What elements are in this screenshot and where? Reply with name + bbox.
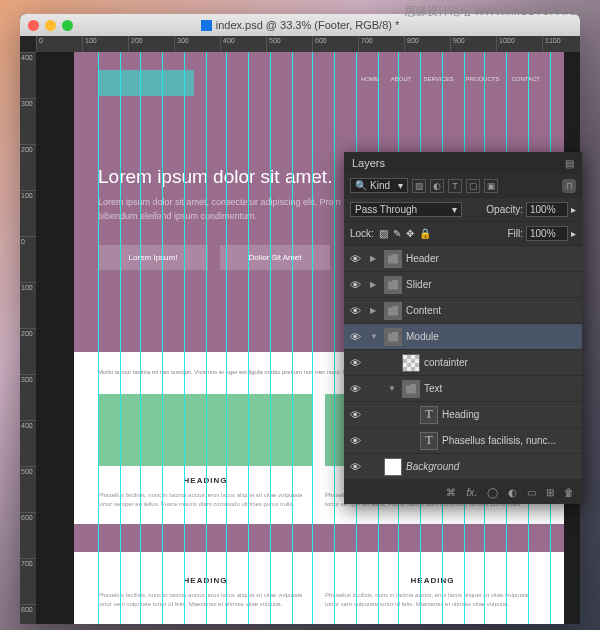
module-text: Phasellus facilisis, nunc in lacinia auc… (98, 591, 313, 610)
module-text: Phasellus facilisis, nunc in lacinia auc… (98, 491, 313, 510)
layers-panel[interactable]: Layers ▤ 🔍Kind▾ ▧ ◐ T ▢ ▣ ⊓ Pass Through… (344, 152, 582, 504)
filter-kind-select[interactable]: 🔍Kind▾ (350, 178, 408, 193)
layer-row[interactable]: 👁▶Header (344, 246, 582, 272)
layers-footer: ⌘ fx. ◯ ◐ ▭ ⊞ 🗑 (344, 480, 582, 504)
disclosure-icon[interactable]: ▶ (370, 306, 380, 315)
nav-item: HOME (361, 76, 379, 82)
layer-row[interactable]: 👁▼Module (344, 324, 582, 350)
lock-position-icon[interactable]: ✥ (406, 228, 414, 239)
visibility-icon[interactable]: 👁 (348, 305, 362, 317)
visibility-icon[interactable]: 👁 (348, 253, 362, 265)
visibility-icon[interactable]: 👁 (348, 435, 362, 447)
layer-row[interactable]: 👁containter (344, 350, 582, 376)
panel-tab-bar: Layers ▤ (344, 152, 582, 174)
new-layer-icon[interactable]: ⊞ (546, 487, 554, 498)
logo-placeholder (98, 70, 194, 96)
layer-row[interactable]: 👁Background (344, 454, 582, 480)
ruler-horizontal[interactable]: 0100200300400500600700800900100011001200 (36, 36, 580, 52)
fill-label: Fill: (507, 228, 523, 239)
filter-smart-icon[interactable]: ▣ (484, 179, 498, 193)
watermark: 思缘设计论坛 WWW.MISSYUAN.COM (405, 4, 594, 19)
disclosure-icon[interactable]: ▶ (370, 254, 380, 263)
lock-all-icon[interactable]: 🔒 (419, 228, 431, 239)
filter-type-icon[interactable]: T (448, 179, 462, 193)
visibility-icon[interactable]: 👁 (348, 461, 362, 473)
group-icon[interactable]: ▭ (527, 487, 536, 498)
blend-mode-select[interactable]: Pass Through▾ (350, 202, 462, 217)
visibility-icon[interactable]: 👁 (348, 357, 362, 369)
hero-paragraph: Lorem ipsum dolor sit amet, consectetur … (98, 196, 358, 223)
disclosure-icon[interactable]: ▼ (388, 384, 398, 393)
hero-button-1: Lorem Ipsum! (98, 245, 208, 270)
layer-name[interactable]: Header (406, 253, 578, 264)
layer-row[interactable]: 👁▶Slider (344, 272, 582, 298)
nav-item: SERVICES (424, 76, 454, 82)
document-title: index.psd @ 33.3% (Footer, RGB/8) * (216, 19, 400, 31)
layer-name[interactable]: Phasellus facilisis, nunc... (442, 435, 578, 446)
module-heading: HEADING (98, 476, 313, 485)
nav-item: PRODUCTS (466, 76, 500, 82)
close-button[interactable] (28, 20, 39, 31)
disclosure-icon[interactable]: ▶ (370, 280, 380, 289)
link-layers-icon[interactable]: ⌘ (446, 487, 456, 498)
layer-thumb (402, 380, 420, 398)
layer-name[interactable]: Slider (406, 279, 578, 290)
layer-row[interactable]: 👁TPhasellus facilisis, nunc... (344, 428, 582, 454)
purple-band (74, 524, 564, 552)
layer-thumb (402, 354, 420, 372)
fill-flyout-icon[interactable]: ▸ (571, 228, 576, 239)
adjustment-icon[interactable]: ◐ (508, 487, 517, 498)
layer-name[interactable]: Text (424, 383, 578, 394)
mask-icon[interactable]: ◯ (487, 487, 498, 498)
ps-file-icon (201, 20, 212, 31)
layer-name[interactable]: Background (406, 461, 578, 472)
filter-shape-icon[interactable]: ▢ (466, 179, 480, 193)
filter-pixel-icon[interactable]: ▧ (412, 179, 426, 193)
visibility-icon[interactable]: 👁 (348, 383, 362, 395)
layer-name[interactable]: Heading (442, 409, 578, 420)
layer-name[interactable]: Module (406, 331, 578, 342)
nav: HOMEABOUTSERVICESPRODUCTSCONTACT (361, 76, 540, 82)
layer-name[interactable]: containter (424, 357, 578, 368)
layer-thumb (384, 276, 402, 294)
blend-opacity-row: Pass Through▾ Opacity:100%▸ (344, 198, 582, 222)
fill-input[interactable]: 100% (526, 226, 568, 241)
trash-icon[interactable]: 🗑 (564, 487, 574, 498)
layers-tab[interactable]: Layers (352, 157, 385, 169)
nav-item: CONTACT (511, 76, 540, 82)
visibility-icon[interactable]: 👁 (348, 409, 362, 421)
lock-fill-row: Lock: ▨ ✎ ✥ 🔒 Fill:100%▸ (344, 222, 582, 246)
module-image (98, 394, 313, 466)
filter-toggle[interactable]: ⊓ (562, 179, 576, 193)
layer-thumb (384, 328, 402, 346)
layer-thumb (384, 302, 402, 320)
visibility-icon[interactable]: 👁 (348, 279, 362, 291)
disclosure-icon[interactable]: ▼ (370, 332, 380, 341)
lock-pixels-icon[interactable]: ✎ (393, 228, 401, 239)
layer-thumb (384, 250, 402, 268)
module-heading: HEADING (98, 576, 313, 585)
module-heading: HEADING (325, 576, 540, 585)
lock-trans-icon[interactable]: ▨ (379, 228, 388, 239)
fx-icon[interactable]: fx. (466, 487, 477, 498)
layer-thumb: T (420, 406, 438, 424)
opacity-input[interactable]: 100% (526, 202, 568, 217)
layer-row[interactable]: 👁▶Content (344, 298, 582, 324)
panel-menu-icon[interactable]: ▤ (565, 158, 574, 169)
zoom-button[interactable] (62, 20, 73, 31)
layer-filter-row: 🔍Kind▾ ▧ ◐ T ▢ ▣ ⊓ (344, 174, 582, 198)
layer-row[interactable]: 👁▼Text (344, 376, 582, 402)
nav-item: ABOUT (391, 76, 412, 82)
hero-button-2: Dollor Sit Amet (220, 245, 330, 270)
filter-adjust-icon[interactable]: ◐ (430, 179, 444, 193)
layer-name[interactable]: Content (406, 305, 578, 316)
layer-list[interactable]: 👁▶Header👁▶Slider👁▶Content👁▼Module👁contai… (344, 246, 582, 480)
opacity-flyout-icon[interactable]: ▸ (571, 204, 576, 215)
lock-label: Lock: (350, 228, 374, 239)
layer-row[interactable]: 👁THeading (344, 402, 582, 428)
visibility-icon[interactable]: 👁 (348, 331, 362, 343)
module-1: HEADING Phasellus facilisis, nunc in lac… (98, 394, 313, 510)
minimize-button[interactable] (45, 20, 56, 31)
ruler-vertical[interactable]: 4003002001000100200300400500600700800900… (20, 52, 36, 624)
layer-thumb: T (420, 432, 438, 450)
